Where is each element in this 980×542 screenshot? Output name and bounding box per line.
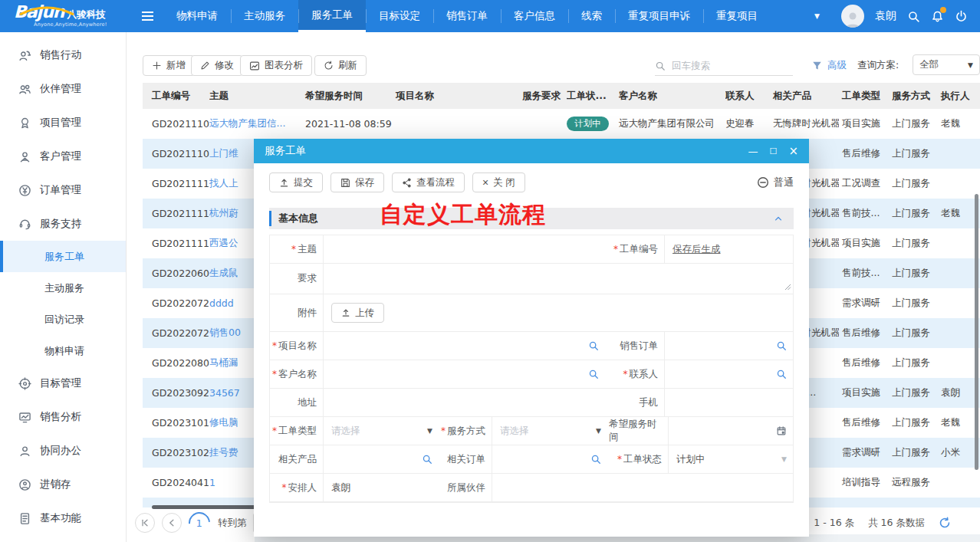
user-name[interactable]: 袁朗 — [875, 9, 896, 23]
requirement-textarea[interactable] — [323, 264, 794, 294]
subject-link[interactable]: 西遇公 — [209, 237, 238, 248]
search-input[interactable] — [670, 60, 781, 72]
column-header-5[interactable]: 工单状... — [567, 90, 613, 103]
avatar[interactable] — [841, 5, 864, 28]
customer-lookup[interactable] — [323, 360, 607, 388]
current-page-indicator[interactable]: 1 — [184, 508, 214, 537]
sidebar-subitem-1[interactable]: 主动服务 — [0, 272, 126, 304]
subject-link[interactable]: 马桶漏 — [209, 356, 238, 368]
search-lookup-icon[interactable] — [588, 369, 599, 379]
sidebar-item-6[interactable]: 目标管理 — [0, 366, 126, 400]
advanced-search-link[interactable]: 高级 — [827, 59, 847, 72]
sidebar-item-10[interactable]: 基本功能 — [0, 501, 126, 535]
collapse-chevron-icon[interactable] — [774, 214, 783, 223]
subject-link[interactable]: 1 — [209, 477, 215, 488]
list-toolbar-button-3[interactable]: 刷新 — [314, 55, 367, 76]
first-page-button[interactable] — [135, 513, 155, 533]
list-toolbar-button-1[interactable]: 修改 — [191, 55, 243, 76]
submit-button[interactable]: 提交 — [269, 172, 323, 192]
close-icon[interactable]: × — [788, 144, 798, 158]
nav-tab-4[interactable]: 销售订单 — [433, 0, 501, 32]
subject-link[interactable]: 34567 — [209, 387, 240, 399]
refresh-list-icon[interactable] — [939, 517, 951, 529]
address-input[interactable] — [323, 389, 607, 416]
column-header-7[interactable]: 联系人 — [725, 90, 770, 103]
calendar-icon[interactable] — [776, 425, 787, 436]
search-lookup-icon[interactable] — [776, 369, 787, 379]
nav-tab-2[interactable]: 服务工单 — [298, 0, 366, 32]
contact-lookup[interactable] — [664, 360, 794, 388]
upload-button[interactable]: 上传 — [331, 303, 384, 323]
prev-page-button[interactable] — [162, 513, 182, 533]
column-header-8[interactable]: 相关产品 — [770, 90, 839, 103]
order-status-select[interactable]: 计划中▼ — [668, 445, 794, 473]
subject-link[interactable]: 上门维 — [209, 147, 238, 159]
view-flow-button[interactable]: 查看流程 — [392, 172, 465, 192]
query-plan-select[interactable]: 全部▼ — [913, 54, 980, 75]
related-product-lookup[interactable] — [323, 445, 440, 473]
subject-link[interactable]: 杭州蔚 — [209, 207, 238, 218]
subject-link[interactable]: 修电脑 — [209, 416, 238, 428]
list-toolbar-button-2[interactable]: 图表分析 — [240, 55, 312, 76]
sidebar-item-5[interactable]: 服务支持 — [0, 207, 126, 241]
maximize-icon[interactable]: ☐ — [770, 146, 778, 156]
service-method-select[interactable]: 请选择▼ — [492, 417, 609, 445]
logout-power-icon[interactable] — [955, 10, 968, 23]
close-workorder-button[interactable]: × 关 闭 — [472, 172, 525, 192]
column-header-11[interactable]: 执行人 — [938, 90, 975, 103]
nav-tab-0[interactable]: 物料申请 — [163, 0, 231, 32]
menu-toggle-icon[interactable] — [141, 11, 154, 21]
column-header-0[interactable]: 工单编号 — [143, 90, 209, 103]
sidebar-item-4[interactable]: 订单管理 — [0, 173, 126, 207]
nav-tab-6[interactable]: 线索 — [568, 0, 615, 32]
sidebar-item-0[interactable]: 销售行动 — [0, 38, 126, 72]
sidebar-item-3[interactable]: 客户管理 — [0, 140, 126, 173]
vertical-scrollbar[interactable] — [975, 194, 978, 470]
subject-link[interactable]: 远大物产集团信... — [209, 117, 285, 129]
subject-link[interactable]: dddd — [209, 297, 234, 309]
sidebar-item-8[interactable]: 协同办公 — [0, 434, 126, 468]
sidebar-subitem-0[interactable]: 服务工单 — [0, 241, 126, 272]
column-header-6[interactable]: 客户名称 — [613, 90, 725, 103]
search-lookup-icon[interactable] — [590, 454, 601, 465]
project-lookup[interactable] — [323, 332, 607, 360]
filter-funnel-icon[interactable] — [812, 61, 822, 71]
expect-time-picker[interactable] — [668, 417, 794, 445]
nav-tab-1[interactable]: 主动服务 — [231, 0, 298, 32]
column-header-3[interactable]: 项目名称 — [392, 90, 516, 103]
nav-tab-3[interactable]: 目标设定 — [366, 0, 433, 32]
column-header-9[interactable]: 工单类型 — [839, 90, 889, 103]
subject-input[interactable] — [323, 235, 607, 263]
table-row[interactable]: GD20211101002远大物产集团信...2021-11-08 08:59计… — [143, 109, 980, 139]
subject-link[interactable]: 销售00 — [209, 327, 241, 338]
mobile-input[interactable] — [664, 389, 794, 416]
list-toolbar-button-0[interactable]: 新增 — [143, 55, 195, 76]
sidebar-item-2[interactable]: 项目管理 — [0, 106, 126, 140]
column-header-4[interactable]: 服务要求 — [516, 90, 567, 103]
column-header-2[interactable]: 希望服务时间 — [304, 90, 392, 103]
minimize-icon[interactable]: — — [748, 146, 758, 157]
sidebar-item-1[interactable]: 伙伴管理 — [0, 72, 126, 106]
search-lookup-icon[interactable] — [422, 454, 432, 465]
subject-link[interactable]: 生成鼠 — [209, 267, 238, 278]
search-lookup-icon[interactable] — [776, 340, 787, 351]
save-button[interactable]: 保存 — [331, 172, 384, 192]
sidebar-subitem-2[interactable]: 回访记录 — [0, 304, 126, 335]
subject-link[interactable]: 挂号费 — [209, 446, 238, 458]
order-type-select[interactable]: 请选择▼ — [323, 417, 440, 445]
column-header-10[interactable]: 服务方式 — [889, 90, 938, 103]
nav-tab-8[interactable]: 重复项目 — [703, 0, 771, 32]
assignee-value[interactable]: 袁朗 — [323, 474, 440, 501]
search-icon[interactable] — [907, 10, 920, 23]
nav-tab-7[interactable]: 重复项目申诉 — [615, 0, 703, 32]
priority-toggle[interactable]: 普通 — [757, 176, 794, 189]
nav-more-caret-icon[interactable]: ▼ — [814, 12, 820, 20]
resize-handle-icon[interactable] — [784, 284, 791, 291]
nav-tab-5[interactable]: 客户信息 — [501, 0, 568, 32]
subject-link[interactable]: 找人上 — [209, 177, 238, 189]
column-header-1[interactable]: 主题 — [209, 90, 304, 103]
related-order-lookup[interactable] — [492, 445, 609, 473]
search-lookup-icon[interactable] — [588, 340, 599, 351]
partner-input[interactable] — [492, 474, 794, 501]
sidebar-item-7[interactable]: 销售分析 — [0, 400, 126, 434]
